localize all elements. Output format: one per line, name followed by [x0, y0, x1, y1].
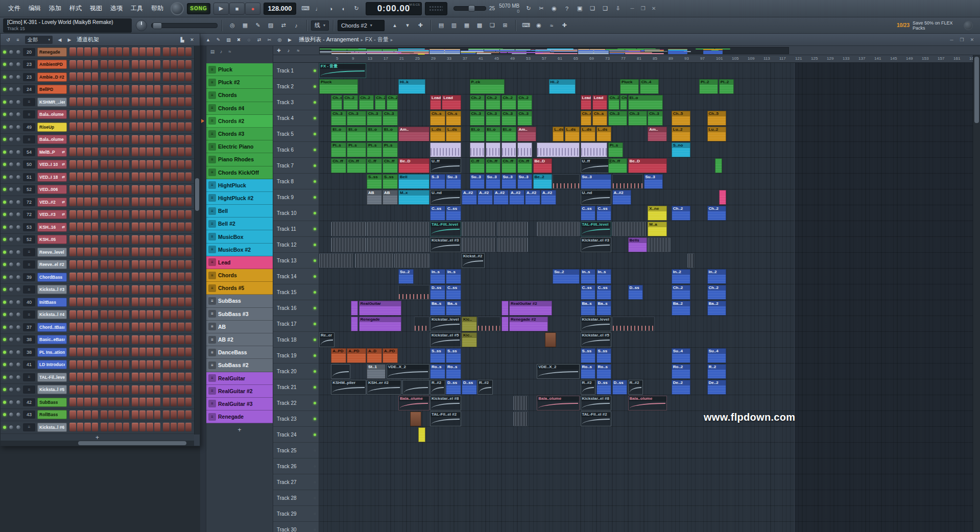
automation-clip[interactable]: TAL-Fil..el #2: [430, 412, 461, 426]
pattern-row[interactable]: ≡SubBass #2: [206, 359, 273, 372]
step-cell[interactable]: [139, 323, 146, 331]
auto-track-icon[interactable]: ≈: [294, 46, 303, 54]
step-cell[interactable]: [101, 235, 107, 244]
step-cell[interactable]: [101, 72, 107, 81]
step-cell[interactable]: [123, 148, 130, 156]
playlist-clip[interactable]: C..ss: [581, 206, 596, 221]
tempo-display[interactable]: 128.000: [264, 3, 296, 15]
track-header[interactable]: Track 20: [273, 364, 319, 379]
step-cell[interactable]: [115, 85, 122, 94]
track-led[interactable]: [314, 338, 316, 341]
step-cell[interactable]: [178, 385, 184, 394]
step-cell[interactable]: [178, 98, 184, 106]
step-cell[interactable]: [69, 385, 76, 394]
step-cell[interactable]: [101, 110, 107, 119]
step-cell[interactable]: [101, 360, 107, 369]
step-cell[interactable]: [115, 148, 122, 156]
track-header[interactable]: Track 4: [273, 110, 319, 126]
step-cell[interactable]: [84, 210, 91, 219]
playlist-clip[interactable]: Ch..3: [517, 111, 533, 126]
paint-icon[interactable]: ▨: [224, 36, 233, 44]
step-cell[interactable]: [92, 323, 99, 331]
step-cell[interactable]: [154, 398, 161, 406]
mixer-target-box[interactable]: 24: [23, 85, 35, 93]
step-cell[interactable]: [132, 410, 138, 419]
step-cell[interactable]: [69, 310, 76, 319]
track-header[interactable]: Track 7: [273, 158, 319, 174]
step-cell[interactable]: [163, 373, 170, 381]
step-cell[interactable]: [132, 173, 138, 181]
playlist-clip[interactable]: [367, 222, 398, 236]
step-cell[interactable]: [108, 123, 115, 131]
step-cell[interactable]: [147, 373, 153, 381]
pan-knob[interactable]: [9, 75, 14, 80]
channel-enable-led[interactable]: [3, 276, 6, 279]
playlist-clip[interactable]: [553, 174, 580, 189]
channel-button[interactable]: MelB..P⇄: [37, 148, 67, 157]
step-cell[interactable]: [69, 210, 76, 219]
pattern-row[interactable]: ≡SubBass: [206, 295, 273, 307]
step-cell[interactable]: [69, 348, 76, 356]
step-cell[interactable]: [84, 385, 91, 394]
playlist-clip[interactable]: El..o: [486, 127, 501, 141]
step-cell[interactable]: [69, 248, 76, 256]
playlist-clip[interactable]: Lead: [592, 95, 608, 110]
playlist-clip[interactable]: Bell: [398, 174, 429, 189]
step-cell[interactable]: [115, 285, 122, 294]
playlist-clip[interactable]: Ro..2: [672, 364, 690, 379]
pan-knob[interactable]: [9, 275, 14, 280]
step-cell[interactable]: [84, 160, 91, 169]
playlist-clip[interactable]: Ch..2: [707, 285, 726, 300]
step-cell[interactable]: [163, 123, 170, 131]
step-cell[interactable]: [139, 110, 146, 119]
step-cell[interactable]: [139, 173, 146, 181]
step-cell[interactable]: [69, 273, 76, 281]
playlist-scrollbar[interactable]: [973, 55, 980, 532]
step-cell[interactable]: [69, 85, 76, 94]
maximize-icon[interactable]: ❐: [957, 36, 967, 44]
multilink-icon[interactable]: ≈: [545, 20, 558, 31]
step-cell[interactable]: [154, 273, 161, 281]
menu-item[interactable]: 样式: [65, 0, 86, 17]
playlist-clip[interactable]: [513, 412, 529, 426]
playlist-clip[interactable]: In..s: [446, 269, 461, 284]
track-led[interactable]: [314, 528, 316, 531]
playlist-clip[interactable]: Am..: [398, 127, 429, 141]
playlist-clip[interactable]: De..2: [672, 380, 690, 395]
step-cell[interactable]: [139, 248, 146, 256]
note-track-icon[interactable]: ♪: [284, 46, 293, 54]
step-cell[interactable]: [178, 185, 184, 194]
playlist-clip[interactable]: Lu..2: [672, 127, 690, 141]
automation-clip[interactable]: Kickstar..el #3: [581, 237, 612, 252]
volume-knob[interactable]: [16, 75, 21, 80]
step-cell[interactable]: [84, 298, 91, 306]
step-cell[interactable]: [84, 173, 91, 181]
step-cell[interactable]: [154, 135, 161, 144]
step-cell[interactable]: [115, 323, 122, 331]
playlist-clip[interactable]: Be..D: [398, 158, 429, 173]
record-button[interactable]: ●: [245, 3, 260, 15]
add-pattern-button[interactable]: +: [206, 426, 273, 433]
step-cell[interactable]: [115, 110, 122, 119]
step-cell[interactable]: [101, 248, 107, 256]
step-cell[interactable]: [163, 285, 170, 294]
step-cell[interactable]: [69, 60, 76, 69]
step-cell[interactable]: [77, 310, 84, 319]
step-cell[interactable]: [123, 85, 130, 94]
playlist-clip[interactable]: [545, 332, 556, 347]
track-header[interactable]: Track 18: [273, 332, 319, 348]
playlist-clip[interactable]: [497, 222, 529, 236]
playlist-clip[interactable]: Su..3: [501, 174, 517, 189]
link-icon[interactable]: ⇄: [277, 20, 290, 31]
step-cell[interactable]: [92, 423, 99, 431]
step-cell[interactable]: [163, 60, 170, 69]
step-cell[interactable]: [132, 185, 138, 194]
automation-clip[interactable]: Kickstar..el #3: [430, 237, 461, 252]
menu-item[interactable]: 编辑: [25, 0, 45, 17]
pattern-row[interactable]: ≡RealGuitar #3: [206, 398, 273, 410]
step-cell[interactable]: [108, 360, 115, 369]
step-cell[interactable]: [171, 335, 177, 344]
playlist-clip[interactable]: Ch..2: [620, 95, 627, 110]
step-cell[interactable]: [92, 398, 99, 406]
menu-item[interactable]: 帮助: [147, 0, 168, 17]
